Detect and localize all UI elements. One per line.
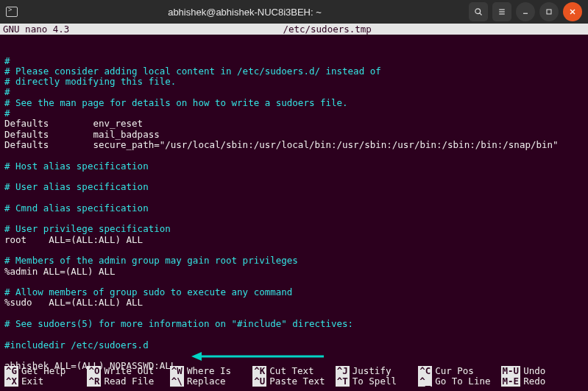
editor-line (4, 172, 584, 182)
editor-line: # Members of the admin group may gain ro… (4, 256, 584, 266)
shortcut-label: Go To Line (435, 376, 490, 387)
shortcut-item: ^KCut Text (252, 366, 335, 376)
shortcut-key: ^J (336, 366, 350, 376)
editor-line (4, 351, 584, 361)
shortcut-label: Redo (523, 376, 545, 387)
editor-line: # See the man page for details on how to… (4, 98, 584, 108)
shortcut-label: Get Help (21, 366, 65, 376)
shortcut-label: Cut Text (269, 366, 314, 376)
editor-line: # See sudoers(5) for more information on… (4, 319, 584, 329)
editor-line: # directly modifying this file. (4, 77, 584, 87)
editor-content[interactable]: ## Please consider adding local content … (0, 35, 588, 391)
minimize-button[interactable] (516, 2, 535, 21)
shortcut-label: Paste Text (269, 376, 325, 387)
shortcut-key: ^_ (418, 376, 432, 387)
shortcut-item: M-UUndo (501, 366, 584, 376)
editor-line: # User alias specification (4, 182, 584, 192)
editor-line: # Cmnd alias specification (4, 203, 584, 214)
nano-filename: /etc/sudoers.tmp (69, 24, 585, 35)
svg-point-0 (475, 9, 481, 14)
shortcut-label: Undo (523, 366, 545, 376)
menu-button[interactable] (492, 2, 511, 21)
shortcut-key: ^O (87, 366, 101, 376)
terminal-icon (6, 7, 18, 17)
shortcut-item: ^WWhere Is (170, 366, 252, 376)
shortcut-label: To Spell (353, 376, 397, 387)
editor-line: Defaults secure_path="/usr/local/sbin:/u… (4, 140, 584, 150)
search-button[interactable] (469, 2, 488, 21)
shortcut-label: Justify (353, 366, 392, 376)
shortcut-key: ^X (4, 376, 18, 387)
editor-line: root ALL=(ALL:ALL) ALL (4, 235, 584, 245)
shortcut-key: ^W (170, 366, 184, 376)
editor-line: #includedir /etc/sudoers.d (4, 340, 584, 351)
shortcut-key: ^U (252, 376, 266, 387)
shortcut-key: M-U (501, 366, 521, 376)
window-title: abhishek@abhishek-NUC8i3BEH: ~ (25, 7, 464, 18)
shortcut-label: Write Out (104, 366, 154, 376)
shortcut-key: ^K (252, 366, 266, 376)
editor-line: # Host alias specification (4, 161, 584, 172)
editor-line: # Allow members of group sudo to execute… (4, 287, 584, 297)
shortcut-label: Replace (187, 376, 226, 387)
shortcut-key: ^G (4, 366, 18, 376)
shortcut-label: Where Is (187, 366, 231, 376)
editor-line (4, 245, 584, 256)
editor-line: # (4, 56, 584, 66)
close-button[interactable] (563, 2, 582, 21)
editor-line (4, 150, 584, 161)
nano-shortcut-bar: ^GGet Help^OWrite Out^WWhere Is^KCut Tex… (0, 366, 588, 387)
shortcut-label: Read File (104, 376, 154, 387)
nano-status-bar: GNU nano 4.3 /etc/sudoers.tmp (0, 24, 588, 35)
nano-version: GNU nano 4.3 (3, 24, 69, 35)
shortcut-key: ^C (418, 366, 432, 376)
shortcut-label: Exit (21, 376, 43, 387)
shortcut-key: ^R (87, 376, 101, 387)
svg-line-1 (480, 13, 482, 15)
window-titlebar: abhishek@abhishek-NUC8i3BEH: ~ (0, 0, 588, 24)
editor-line (4, 192, 584, 202)
maximize-button[interactable] (539, 2, 559, 21)
shortcut-item: M-ERedo (501, 376, 584, 387)
editor-line (4, 214, 584, 224)
shortcut-key: ^T (336, 376, 350, 387)
shortcut-item: ^OWrite Out (87, 366, 169, 376)
shortcut-item: ^TTo Spell (336, 376, 418, 387)
editor-line: # User privilege specification (4, 224, 584, 234)
shortcut-key: M-E (501, 376, 521, 387)
editor-line: # Please consider adding local content i… (4, 66, 584, 77)
shortcut-item: ^XExit (4, 376, 87, 387)
editor-line: %admin ALL=(ALL) ALL (4, 267, 584, 277)
editor-line: # (4, 108, 584, 119)
shortcut-item: ^_Go To Line (418, 376, 500, 387)
shortcut-item: ^UPaste Text (252, 376, 335, 387)
shortcut-item: ^CCur Pos (418, 366, 500, 376)
shortcut-label: Cur Pos (435, 366, 474, 376)
shortcut-item: ^JJustify (336, 366, 418, 376)
svg-rect-6 (547, 10, 551, 14)
shortcut-item: ^RRead File (87, 376, 169, 387)
editor-line (4, 309, 584, 319)
editor-line: Defaults env_reset (4, 119, 584, 129)
editor-line (4, 277, 584, 287)
editor-line: # (4, 87, 584, 97)
shortcut-item: ^\Replace (170, 376, 252, 387)
editor-line (4, 329, 584, 339)
shortcut-item: ^GGet Help (4, 366, 87, 376)
editor-line: %sudo ALL=(ALL:ALL) ALL (4, 297, 584, 308)
shortcut-key: ^\ (170, 376, 184, 387)
editor-line: Defaults mail_badpass (4, 130, 584, 140)
